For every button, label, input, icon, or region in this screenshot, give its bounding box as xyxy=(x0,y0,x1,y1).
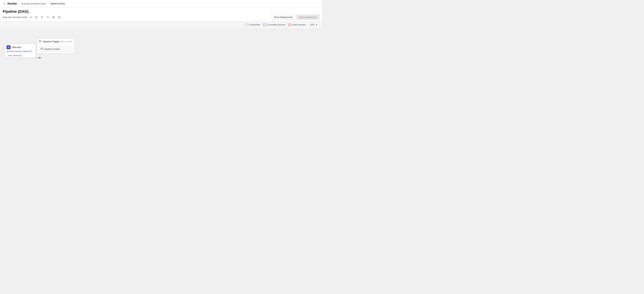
legend-bar: Placeholder Committed Operator Stale Ope… xyxy=(0,21,322,28)
placeholder-icon xyxy=(245,24,249,26)
placeholder-label: Placeholder xyxy=(250,24,260,26)
copy-icon-btn[interactable] xyxy=(34,15,38,19)
stale-label: Stale Operator xyxy=(293,24,306,26)
sequence-header: Sequence Tagging (Block 17464) xyxy=(37,38,74,44)
node-d-icon: D xyxy=(6,45,10,49)
sequence-block-id: (Block 17464) xyxy=(61,40,72,42)
legend-stale: Stale Operator xyxy=(288,24,306,26)
expand-nodes-button[interactable]: Expand 12 nodes xyxy=(39,46,73,52)
logo: Snorkel xyxy=(8,2,16,5)
breadcrumb-current: Pipeline (DAG) xyxy=(50,2,65,5)
node-menu-button[interactable]: ⋮ xyxy=(32,46,34,48)
chevron-right-icon: › xyxy=(6,55,7,56)
schema-label: Input schema (5) xyxy=(8,54,22,56)
dag-canvas: D Data input ⋮ drug-ade-extraction-datas… xyxy=(0,28,322,147)
pipeline-name: drug-ade-extraction-testtt xyxy=(3,16,27,18)
page-subtitle-left: drug-ade-extraction-testtt xyxy=(3,15,61,19)
export-icon-btn[interactable] xyxy=(57,15,61,19)
page-subtitle-row: drug-ade-extraction-testtt xyxy=(3,15,319,20)
node-header: D Data input ⋮ xyxy=(5,44,36,50)
data-input-node: D Data input ⋮ drug-ade-extraction-datas… xyxy=(5,44,36,58)
delete-icon-btn[interactable] xyxy=(40,15,44,19)
edit-mode-button[interactable]: EDIT ▼ xyxy=(308,23,319,27)
node-title: Data input xyxy=(12,46,30,48)
svg-point-2 xyxy=(48,18,48,18)
committed-icon xyxy=(263,24,266,26)
committed-label: Committed Operator xyxy=(267,24,286,26)
breadcrumb-separator-2: / xyxy=(48,2,48,5)
breadcrumb-link[interactable]: drug-ade-extraction-testtt xyxy=(21,2,46,5)
page-actions: Show Deployments Deploy application xyxy=(271,15,319,20)
edit-label: EDIT xyxy=(310,24,315,26)
legend-placeholder: Placeholder xyxy=(245,24,260,26)
node-schema-toggle[interactable]: › Input schema (5) xyxy=(5,53,36,57)
legend-committed: Committed Operator xyxy=(263,24,286,26)
sequence-title: Sequence Tagging xyxy=(43,40,59,43)
sequence-icon xyxy=(39,40,42,43)
expand-icon xyxy=(40,48,43,50)
nav-back-button[interactable] xyxy=(3,2,6,5)
top-nav: Snorkel / drug-ade-extraction-testtt / P… xyxy=(0,0,322,7)
duplicate-icon-btn[interactable] xyxy=(52,15,56,19)
page-title: Pipeline (DAG) xyxy=(3,9,319,14)
show-deployments-button[interactable]: Show Deployments xyxy=(271,15,295,20)
page-header: Pipeline (DAG) drug-ade-extraction-testt… xyxy=(0,7,322,21)
svg-point-1 xyxy=(48,18,48,18)
cart-icon-btn[interactable] xyxy=(46,15,50,19)
edit-chevron-icon: ▼ xyxy=(316,24,318,26)
breadcrumb-separator: / xyxy=(18,2,19,5)
svg-rect-0 xyxy=(36,17,37,18)
deploy-application-button[interactable]: Deploy application xyxy=(296,15,319,20)
sequence-body: Expand 12 nodes xyxy=(37,44,74,53)
edit-icon-btn[interactable] xyxy=(29,15,33,19)
expand-label: Expand 12 nodes xyxy=(44,48,60,50)
stale-icon xyxy=(288,24,292,26)
node-dataset-link[interactable]: drug-ade-extraction-dataset-07... xyxy=(5,50,36,53)
sequence-tagging-node: Sequence Tagging (Block 17464) Expand 12… xyxy=(37,38,75,54)
